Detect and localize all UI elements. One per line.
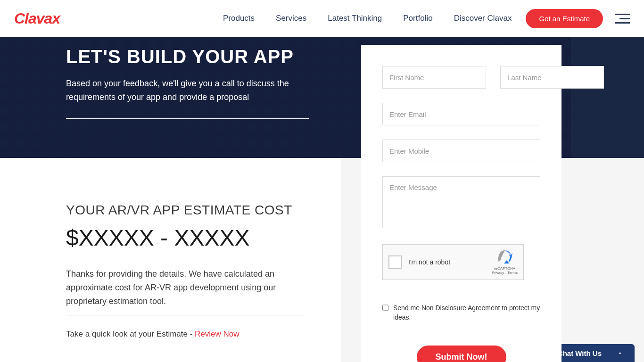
recaptcha-label: I'm not a robot — [408, 258, 492, 266]
recaptcha-checkbox[interactable] — [388, 255, 402, 269]
hero-subtitle: Based on your feedback, we'll give you a… — [66, 77, 302, 104]
last-name-input[interactable] — [500, 66, 604, 89]
nav-portfolio[interactable]: Portfolio — [403, 14, 432, 23]
recaptcha-logo-icon — [497, 249, 512, 264]
hero-divider — [66, 118, 309, 119]
main-nav: Products Services Latest Thinking Portfo… — [223, 14, 512, 23]
first-name-input[interactable] — [382, 66, 486, 89]
get-estimate-button[interactable]: Get an Estimate — [526, 9, 603, 28]
message-textarea[interactable] — [382, 176, 540, 228]
chat-label: Chat With Us — [558, 349, 602, 357]
hero-extension — [571, 37, 644, 158]
recaptcha-widget[interactable]: I'm not a robot reCAPTCHA Privacy - Term… — [382, 244, 524, 280]
recaptcha-terms[interactable]: Privacy - Terms — [492, 271, 518, 275]
nda-label: Send me Non Disclosure Agreement to prot… — [393, 304, 540, 322]
email-input[interactable] — [382, 103, 540, 125]
submit-button[interactable]: Submit Now! — [417, 346, 506, 362]
nda-row: Send me Non Disclosure Agreement to prot… — [382, 304, 540, 322]
review-now-link[interactable]: Review Now — [195, 329, 239, 338]
nav-latest-thinking[interactable]: Latest Thinking — [328, 14, 382, 23]
contact-form: I'm not a robot reCAPTCHA Privacy - Term… — [361, 45, 561, 362]
nav-products[interactable]: Products — [223, 14, 255, 23]
nav-discover[interactable]: Discover Clavax — [454, 14, 512, 23]
nda-checkbox[interactable] — [382, 304, 388, 311]
recaptcha-badge: reCAPTCHA Privacy - Terms — [492, 249, 518, 275]
nav-services[interactable]: Services — [276, 14, 306, 23]
review-prefix: Take a quick look at your Estimate - — [66, 329, 195, 338]
hamburger-menu-icon[interactable] — [615, 11, 630, 26]
main-header: Clavax Products Services Latest Thinking… — [0, 0, 644, 37]
mobile-input[interactable] — [382, 140, 540, 162]
estimate-thanks: Thanks for providing the details. We hav… — [66, 267, 306, 315]
recaptcha-badge-text: reCAPTCHA — [492, 266, 518, 271]
logo[interactable]: Clavax — [14, 10, 60, 27]
chevron-up-icon — [617, 350, 623, 356]
